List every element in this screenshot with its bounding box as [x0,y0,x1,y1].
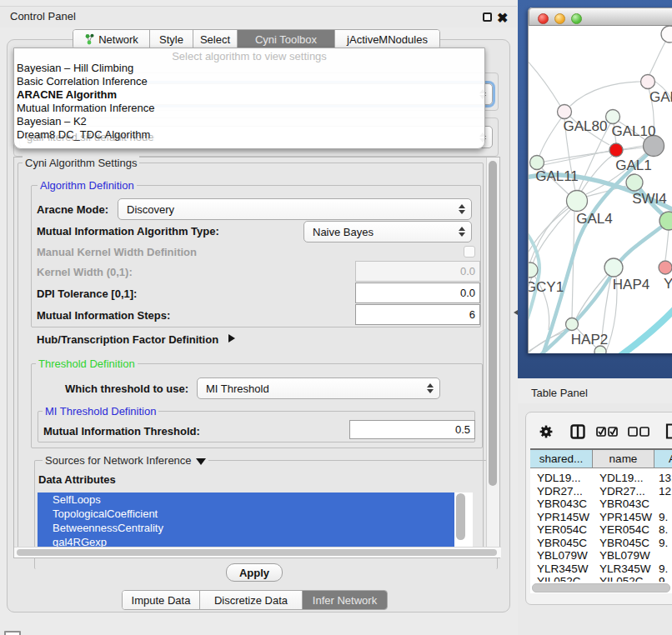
node-label: HAP4 [613,277,649,292]
tab[interactable]: Select [193,30,238,48]
table-horizontal-scrollbar[interactable] [530,582,672,593]
icon-shape [610,428,616,435]
minimized-panel-icon[interactable] [4,631,21,635]
tab[interactable]: Style [150,30,193,48]
mi-type-value: Naive Bayes [304,226,374,238]
tab[interactable]: jActiveMNodules [335,30,439,48]
top-node[interactable] [661,26,672,42]
zoom-light-icon[interactable] [571,13,582,24]
manual-kernel-checkbox[interactable] [464,246,475,258]
collapse-arrow-icon[interactable] [196,458,206,465]
table-row[interactable]: YBL079WYBL079W [530,549,672,562]
kernel-width-label: Kernel Width (0,1): [37,266,133,278]
mi-threshold-field[interactable]: 0.5 [349,420,475,439]
tab[interactable]: Cyni Toolbox [238,30,335,48]
minimize-light-icon[interactable] [554,13,565,24]
table-row[interactable]: YBR045CYBR045C9. [530,537,672,550]
apply-button[interactable]: Apply [226,563,283,582]
kernel-width-field[interactable]: 0.0 [355,261,480,282]
gal1-node[interactable] [626,174,643,191]
icon-shape [539,425,553,438]
aracne-mode-combobox[interactable]: Discovery [118,198,472,220]
dropdown-item[interactable]: Bayesian – K2 [16,115,484,128]
table-panel-card: shared...nameAverageShortestPathLength Y… [525,412,672,605]
split-columns-icon[interactable] [570,424,585,442]
gal11-node[interactable] [530,156,544,170]
close-icon[interactable]: ✖ [497,10,508,26]
salmon-node[interactable] [659,261,672,274]
scrollbar-thumb[interactable] [17,549,497,556]
attribute-list-item[interactable]: gal4RGexp [38,535,454,548]
gcy1-node[interactable] [529,262,538,278]
which-threshold-value: MI Threshold [198,382,269,395]
network-edge[interactable] [617,307,672,353]
table-row[interactable]: YDR27...YDR27...12. [530,485,672,498]
scrollbar-thumb[interactable] [489,161,497,486]
close-light-icon[interactable] [538,13,549,24]
node-label: SWI4 [632,191,667,207]
attribute-list-item[interactable]: TopologicalCoefficient [38,507,454,521]
table-row[interactable]: YPR145WYPR145W9. [530,511,672,524]
network-edge[interactable] [570,82,641,106]
expand-arrow-icon[interactable] [228,334,235,342]
mi-threshold-label: Mutual Information Threshold: [43,425,200,438]
network-edge[interactable] [576,274,608,318]
attribute-list-item[interactable]: SelfLoops [38,492,454,507]
table-cell: YBL079W [530,549,593,562]
attribute-list-item[interactable]: BetweennessCentrality [38,521,454,535]
unchecked-pair-icon[interactable] [628,427,649,439]
network-window-titlebar[interactable] [529,8,672,26]
dropdown-item[interactable]: Mutual Information Inference [16,102,484,115]
settings-vertical-scrollbar[interactable] [486,158,499,547]
column-header[interactable]: AverageShortestPathLength [654,450,672,468]
scrollbar-thumb[interactable] [532,583,670,592]
float-window-icon[interactable] [483,12,492,22]
gal10-node[interactable] [606,110,620,124]
table-cell: 12. [654,485,672,498]
settings-horizontal-scrollbar[interactable] [14,547,501,558]
gal4-node[interactable] [567,191,588,212]
checked-pair-icon[interactable] [596,427,618,439]
dropdown-item[interactable]: Bayesian – Hill Climbing [16,62,484,75]
dpi-tolerance-field[interactable]: 0.0 [355,282,480,303]
table-cell: YBR045C [593,537,654,550]
hap4-node[interactable] [604,258,623,277]
table-row[interactable]: YBR043CYBR043C [530,498,672,511]
dropdown-item[interactable]: ARACNE Algorithm [16,88,484,102]
gear-icon[interactable] [539,425,553,441]
network-graph: GAL8GAL80GAL10GAL1GAL11SWI4GAL4GCY1HAP4Y… [529,26,672,353]
table-row[interactable]: YLR345WYLR345W9. [530,562,672,576]
mi-type-combobox[interactable]: Naive Bayes [303,221,472,242]
mi-steps-field[interactable]: 6 [355,304,480,325]
network-edge[interactable] [529,208,569,265]
table-row[interactable]: YDL19...YDL19...13. [530,472,672,485]
column-header[interactable]: name [593,450,654,468]
tab[interactable]: Infer Network [303,591,387,609]
red-node[interactable] [609,143,623,157]
list-scrollbar-thumb[interactable] [456,493,465,540]
network-canvas[interactable]: GAL8GAL80GAL10GAL1GAL11SWI4GAL4GCY1HAP4Y… [529,26,672,353]
tab[interactable]: Network [73,30,150,48]
table-row[interactable]: YER054CYER054C8. [530,523,672,537]
network-edge[interactable] [539,118,561,156]
network-edge[interactable] [529,55,560,106]
node-label: GCY1 [529,279,564,295]
which-threshold-combobox[interactable]: MI Threshold [197,378,440,399]
dropdown-item[interactable]: Basic Correlation Inference [16,75,484,88]
combo-arrows-icon [458,203,465,215]
icon-shape [540,426,553,438]
table-cell [654,498,672,511]
gal80-node[interactable] [558,105,572,119]
tab[interactable]: Impute Data [123,591,200,609]
icon-shape [544,430,548,433]
table-cell: YBR043C [593,498,654,511]
column-header[interactable]: shared... [530,450,593,468]
gal7-node[interactable] [641,75,655,89]
control-panel-titlebar: Control Panel ✖ [0,6,517,28]
new-file-icon[interactable] [665,423,672,442]
tab[interactable]: Discretize Data [200,591,303,609]
network-edge[interactable] [665,230,669,260]
which-threshold-label: Which threshold to use: [65,382,188,395]
hap2-node[interactable] [566,318,579,331]
tab-label: Discretize Data [214,594,288,607]
